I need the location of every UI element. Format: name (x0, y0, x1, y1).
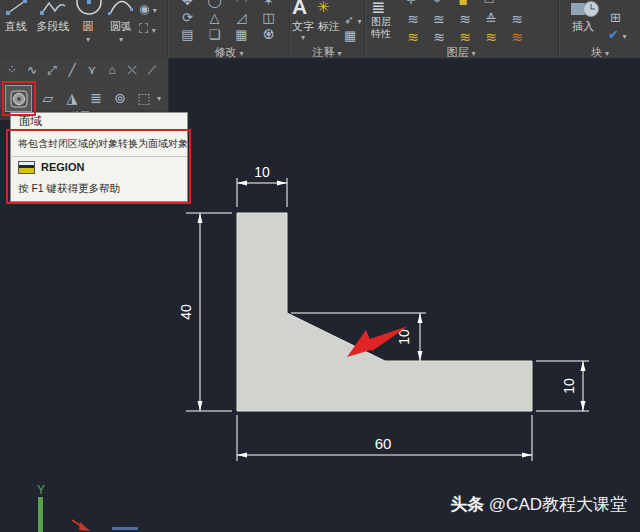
layer-on-icon[interactable]: ✛ (398, 0, 424, 7)
stretch-icon[interactable]: ◫ (255, 9, 282, 26)
flyout-icon-row-1: ⁘∿⤢╱⋎⌂⤬⟋ (2, 60, 162, 80)
wipeout-icon[interactable]: ▱ (36, 86, 60, 110)
layer-match-icon[interactable]: ≋ (400, 10, 426, 28)
scale-icon[interactable]: ❏ (201, 26, 228, 43)
polyline-icon[interactable] (40, 0, 67, 15)
dimension-top: 10 (237, 164, 287, 207)
modify-panel-label[interactable]: 修改 ▾ (170, 46, 288, 58)
array-icon[interactable]: ▦ (228, 26, 255, 43)
layer-properties-line2: 特性 (366, 28, 396, 40)
spline-fit-icon[interactable]: ∿ (22, 60, 42, 80)
polyline-button[interactable]: 多段线 (32, 20, 74, 32)
offset-icon[interactable]: ♼ (255, 26, 282, 43)
ribbon-bar: 直线 多段线 圆 圆弧 ▾ ▾ ◉ ▾ ⛶ ▾ ✥◯◠✶⟳△◿◫▤❏▦♼ 修改 … (0, 0, 640, 59)
highlight-box-region-button (2, 81, 36, 116)
flyout-icon-row-2: ▱◮≣⊚⬚ (36, 86, 156, 110)
rotate-icon[interactable]: ◯ (201, 0, 228, 9)
circle-dropdown-icon[interactable]: ▾ (74, 35, 102, 44)
dimension-bottom: 60 (237, 415, 532, 461)
modify-panel-label-text: 修改 (214, 46, 236, 58)
watermark: 头条 @CAD教程大课堂 (450, 493, 627, 516)
table-icon[interactable]: ▦ (344, 30, 356, 42)
revision-cloud-icon[interactable]: ⬚ (132, 86, 156, 110)
insert-block-icon[interactable] (570, 0, 600, 17)
arc-button[interactable]: 圆弧 (104, 20, 138, 32)
layers-panel-label[interactable]: 图层 ▾ (366, 46, 556, 58)
text-tool-icon[interactable]: A (292, 0, 307, 19)
svg-text:40: 40 (178, 304, 194, 320)
tooltip-title: 面域 (11, 113, 187, 130)
circle-icon[interactable] (76, 0, 102, 17)
svg-text:60: 60 (375, 435, 392, 452)
arc-dropdown-icon[interactable]: ▾ (104, 35, 138, 44)
move-icon[interactable]: ✥ (174, 0, 201, 9)
text-dropdown-icon[interactable]: ▾ (288, 33, 318, 42)
measure-icon[interactable]: ⌂ (102, 60, 122, 80)
fillet-icon[interactable]: ◿ (228, 9, 255, 26)
ray-icon[interactable]: ╱ (62, 60, 82, 80)
arc-icon[interactable] (108, 0, 134, 17)
l-shape-region[interactable] (237, 213, 532, 411)
divide-icon[interactable]: ⁘ (2, 60, 22, 80)
dimension-right: 10 (536, 361, 589, 411)
revision-cloud-dropdown-icon[interactable]: ▾ (157, 94, 161, 103)
svg-text:Y: Y (37, 483, 45, 497)
layer-properties-button[interactable]: 图层 特性 (366, 16, 396, 40)
donut-icon[interactable]: ⊚ (108, 86, 132, 110)
highlight-box-tooltip (6, 129, 191, 204)
trim-icon[interactable]: ◠ (228, 0, 255, 9)
layer-isolate-icon[interactable]: ≋ (452, 10, 478, 28)
layer-current-icon[interactable]: ≋ (452, 28, 478, 46)
chevron-down-icon: ▾ (605, 49, 609, 58)
xline-icon[interactable]: ⋎ (82, 60, 102, 80)
dimension-tool-icon[interactable]: ✳ (317, 0, 330, 16)
multipoint-icon[interactable]: ⤬ (122, 60, 142, 80)
layer-lock-icon[interactable]: ◼ (450, 0, 476, 7)
layer-color-icon[interactable]: ▭ (476, 0, 502, 7)
line-button[interactable]: 直线 (0, 20, 32, 32)
layers-top-icon-row: ✛⌖◼▭ (398, 0, 502, 7)
layers-panel-label-text: 图层 (446, 46, 468, 58)
3d-polyline-icon[interactable]: ≣ (84, 86, 108, 110)
edit-attribute-icon[interactable]: ✔ ▾ (608, 29, 627, 43)
dimension-button[interactable]: 标注 (314, 20, 344, 32)
layer-walk-icon[interactable]: ≋ (504, 10, 530, 28)
centerline-tool-icon[interactable]: ◉ ▾ (139, 3, 157, 17)
panel-separator (167, 0, 169, 58)
spline-cv-icon[interactable]: ⤢ (42, 60, 62, 80)
insert-button[interactable]: 插入 (566, 20, 600, 32)
watermark-handle: @CAD教程大课堂 (484, 495, 627, 514)
erase-icon[interactable]: ▤ (174, 26, 201, 43)
line-icon[interactable] (6, 0, 28, 15)
annotate-panel-label[interactable]: 注释 ▾ (291, 46, 363, 58)
explode-icon[interactable]: ✶ (255, 0, 282, 9)
layer-lock2-icon[interactable]: ≋ (478, 28, 504, 46)
chevron-down-icon: ▾ (338, 49, 342, 58)
construction-line-icon[interactable]: ⟋ (142, 60, 162, 80)
create-block-icon[interactable]: ⊞ (610, 12, 621, 24)
gradient-icon[interactable]: ◮ (60, 86, 84, 110)
layer-on-off-icon[interactable]: ≋ (400, 28, 426, 46)
viewport-tool-icon[interactable]: ⛶ ▾ (139, 23, 156, 37)
layers-icon-row-2: ≋≋≋≋≋ (400, 28, 530, 46)
circle-button[interactable]: 圆 (74, 20, 102, 32)
block-panel-label-text: 块 (591, 46, 602, 58)
layer-delete-icon[interactable]: ≋ (504, 28, 530, 46)
svg-text:10: 10 (561, 378, 577, 394)
annotate-panel-label-text: 注释 (312, 46, 334, 58)
chevron-down-icon: ▾ (472, 49, 476, 58)
modify-icon-grid: ✥◯◠✶⟳△◿◫▤❏▦♼ (174, 0, 282, 43)
watermark-source: 头条 (450, 495, 484, 514)
layer-freeze2-icon[interactable]: ≋ (426, 28, 452, 46)
layer-prev-icon[interactable]: ≊ (426, 10, 452, 28)
mirror-icon[interactable]: △ (201, 9, 228, 26)
layer-unlock-icon[interactable]: ≙ (478, 10, 504, 28)
chevron-down-icon: ▾ (240, 49, 244, 58)
block-panel-label[interactable]: 块 ▾ (560, 46, 640, 58)
dimension-left: 40 (178, 213, 232, 411)
layer-freeze-icon[interactable]: ⌖ (424, 0, 450, 7)
copy-icon[interactable]: ⟳ (174, 9, 201, 26)
ucs-icon: Y (37, 483, 138, 532)
multileader-icon[interactable]: ➶ ▾ (344, 14, 361, 28)
layers-icon-row-1: ≋≊≋≙≋ (400, 10, 530, 28)
